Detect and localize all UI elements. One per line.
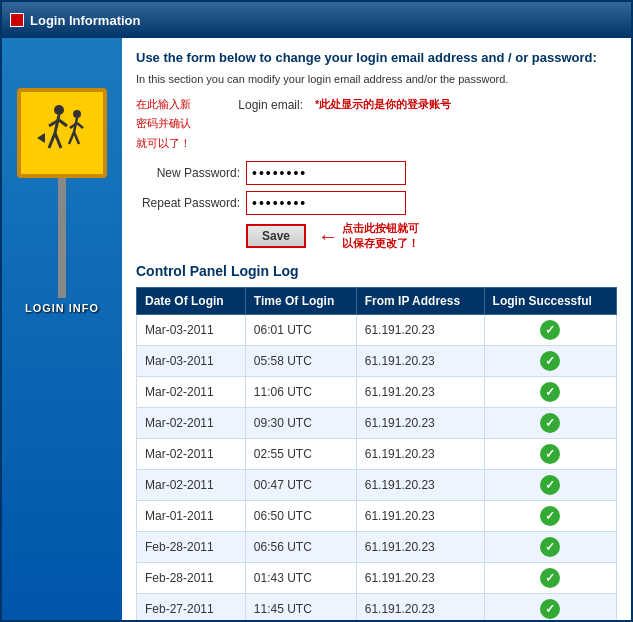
- cell-ip: 61.191.20.23: [356, 377, 484, 408]
- cell-success: ✓: [484, 470, 616, 501]
- cell-time: 09:30 UTC: [245, 408, 356, 439]
- main-window: Login Information: [0, 0, 633, 622]
- title-bar: Login Information: [2, 2, 631, 38]
- cell-date: Mar-02-2011: [137, 470, 246, 501]
- repeat-password-label: Repeat Password:: [136, 196, 246, 210]
- repeat-password-input[interactable]: [246, 191, 406, 215]
- success-icon: ✓: [540, 537, 560, 557]
- cell-time: 06:01 UTC: [245, 315, 356, 346]
- svg-point-6: [73, 110, 81, 118]
- success-icon: ✓: [540, 382, 560, 402]
- col-time: Time Of Login: [245, 288, 356, 315]
- table-row: Mar-01-2011 06:50 UTC 61.191.20.23 ✓: [137, 501, 617, 532]
- success-icon: ✓: [540, 444, 560, 464]
- success-icon: ✓: [540, 599, 560, 619]
- cell-date: Mar-02-2011: [137, 377, 246, 408]
- cell-ip: 61.191.20.23: [356, 501, 484, 532]
- cell-time: 05:58 UTC: [245, 346, 356, 377]
- login-form: 在此输入新 密码并确认 就可以了！ Login email: *此处显示的是你的…: [136, 97, 617, 251]
- sign-graphic: [27, 98, 97, 168]
- new-password-label: New Password:: [136, 166, 246, 180]
- page-heading: Use the form below to change your login …: [136, 50, 617, 65]
- col-ip: From IP Address: [356, 288, 484, 315]
- cell-date: Mar-02-2011: [137, 408, 246, 439]
- cell-time: 06:56 UTC: [245, 532, 356, 563]
- sidebar-label: LOGIN INFO: [25, 302, 99, 314]
- cell-time: 01:43 UTC: [245, 563, 356, 594]
- window-title: Login Information: [30, 13, 140, 28]
- cell-ip: 61.191.20.23: [356, 439, 484, 470]
- cell-success: ✓: [484, 346, 616, 377]
- success-icon: ✓: [540, 475, 560, 495]
- save-note-area: ← 点击此按钮就可以保存更改了！: [318, 221, 419, 251]
- cell-success: ✓: [484, 439, 616, 470]
- cell-ip: 61.191.20.23: [356, 315, 484, 346]
- svg-line-3: [55, 133, 61, 148]
- log-section-title: Control Panel Login Log: [136, 263, 617, 279]
- cell-ip: 61.191.20.23: [356, 470, 484, 501]
- cell-ip: 61.191.20.23: [356, 563, 484, 594]
- cell-time: 11:06 UTC: [245, 377, 356, 408]
- content-area: LOGIN INFO Use the form below to change …: [2, 38, 631, 620]
- svg-line-1: [55, 115, 59, 133]
- col-success: Login Successful: [484, 288, 616, 315]
- table-row: Mar-03-2011 06:01 UTC 61.191.20.23 ✓: [137, 315, 617, 346]
- cell-ip: 61.191.20.23: [356, 408, 484, 439]
- cell-ip: 61.191.20.23: [356, 594, 484, 620]
- main-panel: Use the form below to change your login …: [122, 38, 631, 620]
- cell-date: Feb-28-2011: [137, 563, 246, 594]
- table-row: Mar-02-2011 11:06 UTC 61.191.20.23 ✓: [137, 377, 617, 408]
- table-row: Feb-28-2011 06:56 UTC 61.191.20.23 ✓: [137, 532, 617, 563]
- svg-line-2: [49, 133, 55, 148]
- login-log-table: Date Of Login Time Of Login From IP Addr…: [136, 287, 617, 620]
- sign-post: [58, 178, 66, 298]
- cell-ip: 61.191.20.23: [356, 532, 484, 563]
- email-label: Login email:: [199, 98, 309, 112]
- cell-success: ✓: [484, 532, 616, 563]
- sidebar: LOGIN INFO: [2, 38, 122, 620]
- new-password-input[interactable]: [246, 161, 406, 185]
- table-row: Mar-03-2011 05:58 UTC 61.191.20.23 ✓: [137, 346, 617, 377]
- svg-line-11: [77, 123, 83, 128]
- cell-date: Feb-28-2011: [137, 532, 246, 563]
- success-icon: ✓: [540, 413, 560, 433]
- cell-date: Mar-01-2011: [137, 501, 246, 532]
- cell-ip: 61.191.20.23: [356, 346, 484, 377]
- svg-point-0: [54, 105, 64, 115]
- cell-success: ✓: [484, 594, 616, 620]
- email-row: Login email: *此处显示的是你的登录账号: [199, 97, 451, 112]
- cell-time: 00:47 UTC: [245, 470, 356, 501]
- save-row: Save ← 点击此按钮就可以保存更改了！: [246, 221, 617, 251]
- login-sign: [17, 88, 107, 178]
- cell-time: 06:50 UTC: [245, 501, 356, 532]
- table-header-row: Date Of Login Time Of Login From IP Addr…: [137, 288, 617, 315]
- repeat-password-row: Repeat Password:: [136, 191, 617, 215]
- save-button[interactable]: Save: [246, 224, 306, 248]
- table-row: Feb-28-2011 01:43 UTC 61.191.20.23 ✓: [137, 563, 617, 594]
- arrow-icon: ←: [318, 225, 338, 248]
- cell-success: ✓: [484, 563, 616, 594]
- cell-time: 11:45 UTC: [245, 594, 356, 620]
- cell-time: 02:55 UTC: [245, 439, 356, 470]
- chinese-note: 在此输入新 密码并确认 就可以了！: [136, 97, 191, 155]
- title-icon: [10, 13, 24, 27]
- cell-success: ✓: [484, 408, 616, 439]
- cell-date: Mar-03-2011: [137, 346, 246, 377]
- success-icon: ✓: [540, 506, 560, 526]
- table-row: Feb-27-2011 11:45 UTC 61.191.20.23 ✓: [137, 594, 617, 620]
- cell-success: ✓: [484, 501, 616, 532]
- table-row: Mar-02-2011 09:30 UTC 61.191.20.23 ✓: [137, 408, 617, 439]
- save-note: 点击此按钮就可以保存更改了！: [342, 221, 419, 251]
- page-description: In this section you can modify your logi…: [136, 73, 617, 85]
- table-row: Mar-02-2011 02:55 UTC 61.191.20.23 ✓: [137, 439, 617, 470]
- table-row: Mar-02-2011 00:47 UTC 61.191.20.23 ✓: [137, 470, 617, 501]
- email-note: *此处显示的是你的登录账号: [315, 97, 451, 112]
- svg-line-9: [74, 132, 79, 144]
- cell-date: Feb-27-2011: [137, 594, 246, 620]
- cell-success: ✓: [484, 377, 616, 408]
- col-date: Date Of Login: [137, 288, 246, 315]
- cell-date: Mar-03-2011: [137, 315, 246, 346]
- success-icon: ✓: [540, 320, 560, 340]
- svg-marker-12: [37, 133, 45, 143]
- success-icon: ✓: [540, 351, 560, 371]
